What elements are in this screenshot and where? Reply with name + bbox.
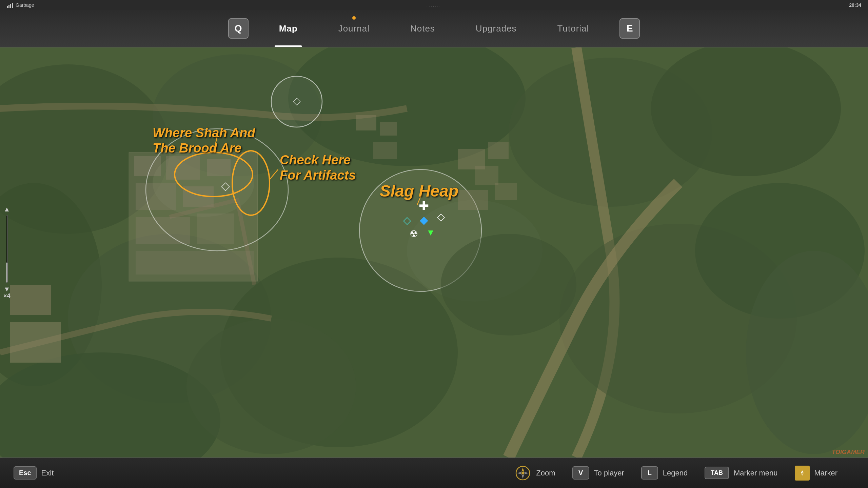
watermark: TOIGAMER: [832, 449, 865, 456]
tab-upgrades[interactable]: Upgrades: [455, 10, 537, 47]
top-bar-center: .......: [427, 3, 441, 7]
tab-journal[interactable]: Journal: [318, 10, 390, 47]
exit-action: Esc Exit: [14, 466, 54, 480]
svg-marker-60: [517, 472, 522, 474]
journal-dot: [352, 16, 356, 20]
top-bar-dots: .......: [427, 3, 441, 7]
svg-point-62: [521, 472, 524, 474]
zoom-down-arrow: ▼: [3, 286, 10, 292]
marker-menu-label: Marker menu: [734, 469, 778, 477]
svg-rect-63: [798, 469, 806, 477]
bottom-bar: Esc Exit Zoom V To player L Legend TAB M…: [0, 458, 868, 488]
legend-action: L Legend: [641, 466, 688, 480]
tab-tutorial[interactable]: Tutorial: [537, 10, 610, 47]
legend-label: Legend: [663, 469, 688, 477]
signal-icon: [7, 2, 13, 8]
tab-map[interactable]: Map: [259, 10, 318, 47]
zoom-bar-fill: [6, 262, 7, 282]
marker-action: Marker: [795, 466, 837, 481]
marker-icon: [795, 466, 810, 481]
marker-label: Marker: [814, 469, 837, 477]
zoom-label: ×4: [3, 292, 11, 300]
tab-notes[interactable]: Notes: [390, 10, 455, 47]
zoom-bar: [6, 215, 8, 283]
zoom-indicator: ▲ ▼ ×4: [3, 206, 11, 300]
nav-bar: Q Map Journal Notes Upgrades Tutorial E: [0, 10, 868, 47]
svg-marker-58: [521, 467, 524, 472]
zoom-up-arrow: ▲: [3, 206, 10, 212]
map-background: [0, 47, 868, 458]
top-bar-left: Garbage: [7, 2, 34, 8]
tab-key[interactable]: TAB: [705, 467, 729, 479]
to-player-label: To player: [594, 469, 624, 477]
zoom-label-text: Zoom: [536, 469, 555, 477]
zoom-icon: [514, 465, 531, 482]
svg-marker-61: [524, 472, 529, 474]
svg-marker-59: [521, 474, 524, 479]
top-bar-time: 20:34: [849, 2, 861, 8]
nav-key-q[interactable]: Q: [228, 18, 249, 39]
top-bar: Garbage ....... 20:34: [0, 0, 868, 10]
l-key[interactable]: L: [641, 466, 658, 480]
app-title: Garbage: [16, 2, 34, 8]
map-area[interactable]: ◇ ◇ ✚ ◇ ◆: [0, 47, 868, 458]
nav-items: Q Map Journal Notes Upgrades Tutorial E: [218, 10, 650, 47]
zoom-action: Zoom: [514, 465, 555, 482]
v-key[interactable]: V: [572, 466, 589, 480]
esc-key[interactable]: Esc: [14, 466, 37, 480]
exit-label: Exit: [41, 469, 54, 477]
marker-menu-action: TAB Marker menu: [705, 467, 777, 479]
nav-key-e[interactable]: E: [619, 18, 640, 39]
to-player-action: V To player: [572, 466, 624, 480]
